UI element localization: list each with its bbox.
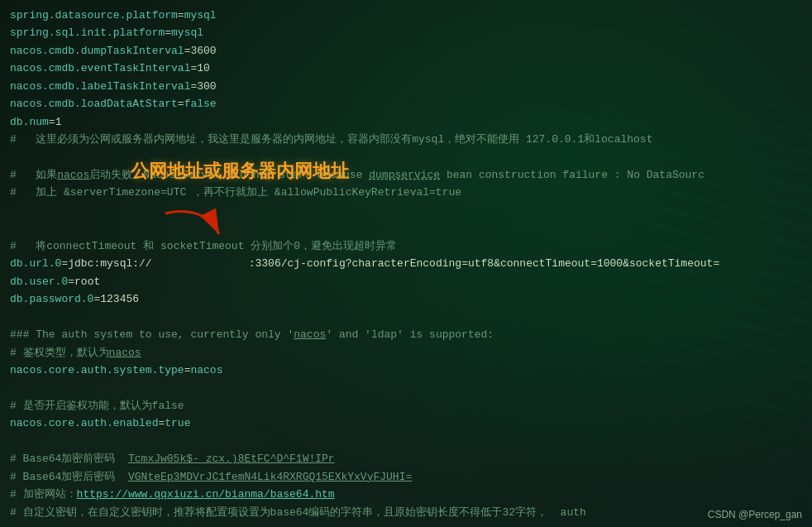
code-line-19: ### The auth system to use, currently on… [10, 326, 802, 343]
code-line-2: spring.sql.init.platform=mysql [10, 24, 802, 41]
code-line-28: # 加密网站：https://www.qqxiuzi.cn/bianma/bas… [10, 486, 802, 503]
code-line-empty-2 [10, 202, 802, 220]
code-line-29: # 自定义密钥，在自定义密钥时，推荐将配置项设置为base64编码的字符串，且原… [10, 504, 802, 521]
code-line-4: nacos.cmdb.eventTaskInterval=10 [10, 60, 802, 77]
code-line-14: # 将connectTimeout 和 socketTimeout 分别加个0，… [10, 237, 802, 255]
code-line-7: db.num=1 [10, 113, 802, 131]
code-line-empty-6 [10, 433, 802, 451]
code-line-24: nacos.core.auth.enabled=true [10, 414, 802, 432]
code-line-5: nacos.cmdb.labelTaskInterval=300 [10, 78, 802, 95]
code-line-1: spring.datasource.platform=mysql [10, 7, 802, 24]
code-line-8: # 这里必须为公网或服务器内网地址，我这里是服务器的内网地址，容器内部没有mys… [10, 131, 802, 148]
code-line-16: db.user.0=root [10, 273, 802, 290]
code-line-10: # 如果nacos启动失败，Nacos Server did not start… [10, 166, 802, 184]
code-line-3: nacos.cmdb.dumpTaskInterval=3600 [10, 42, 802, 60]
code-line-15: db.url.0=jdbc:mysql:// :3306/cj-config?c… [10, 255, 802, 272]
code-container: spring.datasource.platform=mysql spring.… [0, 0, 812, 527]
code-line-17: db.password.0=123456 [10, 290, 802, 308]
arrow-icon [157, 205, 232, 255]
arrow-container [157, 205, 232, 258]
code-line-26: # Base64加密前密码 TcmxJw05k$-_zcx.)8EtFC^D^F… [10, 450, 802, 467]
code-line-6: nacos.cmdb.loadDataAtStart=false [10, 95, 802, 113]
code-line-21: nacos.core.auth.system.type=nacos [10, 362, 802, 379]
code-line-empty-5 [10, 379, 802, 397]
code-line-20: # 鉴权类型，默认为nacos [10, 344, 802, 362]
code-line-empty-4 [10, 309, 802, 327]
code-line-empty-3 [10, 219, 802, 237]
annotation-text: 公网地址或服务器内网地址 [131, 159, 349, 184]
code-line-27: # Base64加密后密码 VGNteEp3MDVrJC1femN4Lik4RX… [10, 468, 802, 486]
code-line-empty-1 [10, 149, 802, 167]
code-line-23: # 是否开启鉴权功能，默认为false [10, 397, 802, 414]
code-line-11: # 加上 &serverTimezone=UTC ，再不行就加上 &allowP… [10, 184, 802, 201]
watermark: CSDN @Percep_gan [708, 509, 802, 520]
